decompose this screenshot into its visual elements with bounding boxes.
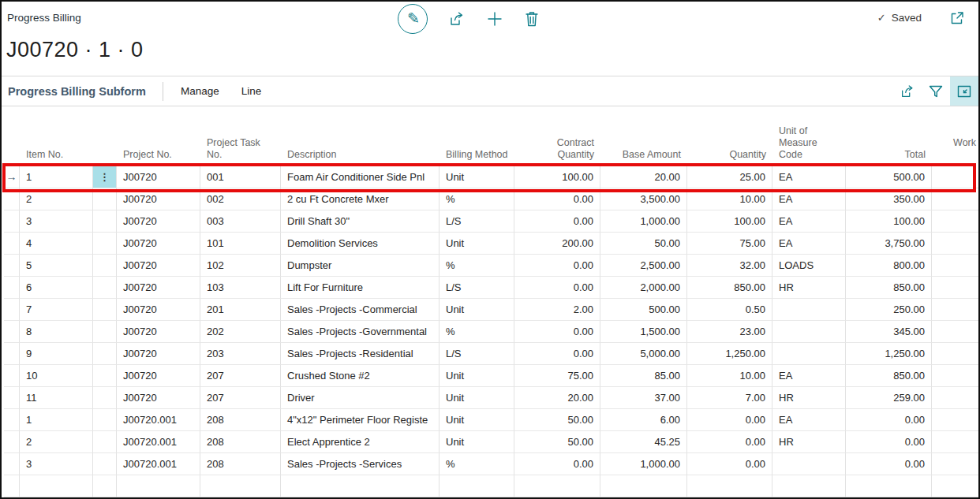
menu-manage[interactable]: Manage [181,85,219,97]
cell-description[interactable]: Dumpster [281,255,440,277]
row-menu-cell[interactable] [93,255,117,277]
cell-billing-method[interactable]: Unit [440,299,514,321]
cell-project-task-no[interactable]: 207 [200,387,281,409]
column-header-project-task-no[interactable]: Project Task No. [200,137,281,166]
cell-uom-code[interactable]: EA [772,409,846,431]
cell-work-process[interactable] [932,299,980,321]
cell-contract-quantity[interactable]: 200.00 [514,233,600,255]
cell-contract-quantity[interactable]: 100.00 [514,166,600,188]
row-menu-cell[interactable] [93,409,117,431]
cell-quantity[interactable]: 7.00 [687,387,772,409]
cell-uom-code[interactable] [772,299,846,321]
cell-description[interactable]: Sales -Projects -Residential [281,343,440,365]
cell-billing-method[interactable]: % [440,188,514,210]
cell-item-no[interactable]: 2 [20,188,93,210]
cell-work-process[interactable] [932,453,980,475]
cell-project-no[interactable]: J00720 [117,343,200,365]
cell-description[interactable]: 2 cu Ft Concrete Mxer [281,188,440,210]
cell-total[interactable]: 0.00 [846,409,932,431]
cell-uom-code[interactable] [772,453,846,475]
cell-total[interactable]: 250.00 [846,299,932,321]
cell-billing-method[interactable]: L/S [440,210,514,233]
cell-contract-quantity[interactable]: 50.00 [514,409,600,431]
column-header-project-no[interactable]: Project No. [117,149,200,166]
cell-contract-quantity[interactable]: 0.00 [514,255,600,277]
cell-base-amount[interactable]: 50.00 [600,233,687,255]
cell-work-process[interactable] [932,343,980,365]
cell-project-no[interactable]: J00720 [117,255,200,277]
row-menu-cell[interactable] [93,321,117,343]
row-menu-cell[interactable] [93,299,117,321]
cell-contract-quantity[interactable]: 2.00 [514,299,600,321]
cell-project-task-no[interactable]: 001 [200,166,281,188]
column-header-contract-quantity[interactable]: Contract Quantity [514,137,600,166]
cell-project-no[interactable]: J00720 [117,299,200,321]
cell-project-no[interactable]: J00720 [117,210,200,233]
cell-uom-code[interactable]: LOADS [772,255,846,277]
focus-mode-icon[interactable] [950,76,978,106]
cell-project-task-no[interactable]: 207 [200,365,281,387]
column-header-work-process[interactable]: Work Pr B [932,137,980,166]
cell-work-process[interactable] [932,321,980,343]
cell-contract-quantity[interactable]: 0.00 [514,210,600,233]
cell-description[interactable]: Elect Apprentice 2 [281,431,440,453]
cell-project-task-no[interactable]: 208 [200,453,281,475]
cell-quantity[interactable]: 10.00 [687,365,772,387]
cell-quantity[interactable]: 1,250.00 [687,343,772,365]
cell-project-task-no[interactable]: 002 [200,188,281,210]
cell-description[interactable]: Sales -Projects -Commercial [281,299,440,321]
column-header-uom-code[interactable]: Unit of Measure Code [772,125,846,166]
cell-total[interactable]: 800.00 [846,255,932,277]
cell-contract-quantity[interactable]: 0.00 [514,343,600,365]
row-menu-cell[interactable] [93,365,117,387]
cell-base-amount[interactable]: 500.00 [600,299,687,321]
cell-contract-quantity[interactable]: 0.00 [514,453,600,475]
column-header-billing-method[interactable]: Billing Method [440,149,514,166]
cell-quantity[interactable]: 23.00 [687,321,772,343]
cell-project-task-no[interactable]: 101 [200,233,281,255]
cell-total[interactable]: 100.00 [846,210,932,233]
column-header-item-no[interactable]: Item No. [20,149,93,166]
cell-total[interactable]: 850.00 [846,365,932,387]
cell-quantity[interactable]: 0.00 [687,453,772,475]
cell-uom-code[interactable] [772,321,846,343]
cell-base-amount[interactable]: 3,500.00 [600,188,687,210]
popout-icon[interactable] [949,10,965,26]
cell-billing-method[interactable]: Unit [440,409,514,431]
row-menu-cell[interactable] [93,431,117,453]
cell-billing-method[interactable]: Unit [440,166,514,188]
cell-project-task-no[interactable]: 208 [200,431,281,453]
cell-billing-method[interactable]: Unit [440,431,514,453]
cell-work-process[interactable] [932,277,980,299]
cell-uom-code[interactable]: EA [772,365,846,387]
cell-uom-code[interactable]: EA [772,210,846,233]
cell-total[interactable]: 1,250.00 [846,343,932,365]
cell-quantity[interactable]: 10.00 [687,188,772,210]
cell-base-amount[interactable]: 6.00 [600,409,687,431]
column-header-quantity[interactable]: Quantity [687,149,772,166]
cell-description[interactable]: Demolition Services [281,233,440,255]
cell-quantity[interactable]: 0.50 [687,299,772,321]
filter-icon[interactable] [922,76,950,106]
cell-item-no[interactable]: 9 [20,343,93,365]
row-menu-cell[interactable] [93,343,117,365]
column-header-row-menu[interactable] [93,161,117,166]
cell-uom-code[interactable]: HR [772,277,846,299]
cell-quantity[interactable]: 32.00 [687,255,772,277]
cell-work-process[interactable] [932,188,980,210]
cell-project-no[interactable]: J00720 [117,277,200,299]
column-header-total[interactable]: Total [846,149,932,166]
cell-item-no[interactable]: 1 [20,166,93,188]
cell-item-no[interactable]: 11 [20,387,93,409]
cell-base-amount[interactable]: 1,000.00 [600,210,687,233]
cell-project-task-no[interactable]: 103 [200,277,281,299]
cell-total[interactable]: 3,750.00 [846,233,932,255]
menu-line[interactable]: Line [241,85,262,97]
cell-uom-code[interactable]: HR [772,387,846,409]
cell-work-process[interactable] [932,409,980,431]
cell-total[interactable]: 500.00 [846,166,932,188]
cell-item-no[interactable]: 1 [20,409,93,431]
cell-base-amount[interactable]: 5,000.00 [600,343,687,365]
cell-work-process[interactable] [932,431,980,453]
cell-quantity[interactable]: 0.00 [687,409,772,431]
